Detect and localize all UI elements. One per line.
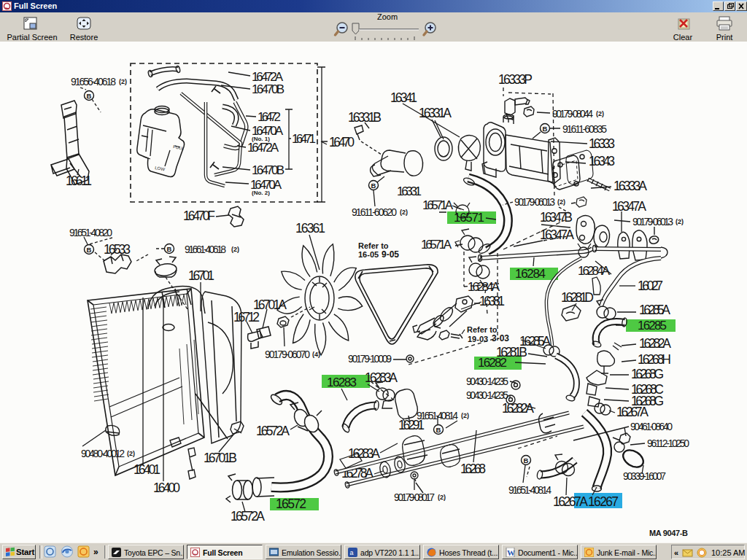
svg-text:16331A: 16331A (419, 106, 452, 120)
svg-text:16401: 16401 (133, 462, 160, 477)
svg-text:B: B (167, 245, 172, 253)
svg-text:90179-10009: 90179-10009 (348, 353, 392, 365)
svg-text:16268H: 16268H (638, 352, 671, 367)
svg-text:16281D: 16281D (561, 290, 594, 305)
svg-text:16470B: 16470B (252, 163, 285, 177)
svg-text:3-03: 3-03 (492, 333, 509, 343)
svg-text:16571A: 16571A (422, 198, 454, 212)
svg-text:16267: 16267 (588, 494, 619, 509)
svg-text:16284A: 16284A (578, 264, 611, 278)
svg-text:16400: 16400 (153, 481, 180, 495)
svg-text:(2): (2) (119, 78, 127, 85)
svg-text:90179-08044: 90179-08044 (552, 108, 593, 120)
svg-text:»: » (93, 547, 98, 557)
svg-text:16347A: 16347A (612, 199, 646, 214)
svg-text:16282A: 16282A (502, 401, 534, 416)
svg-text:16470B: 16470B (252, 82, 285, 96)
svg-text:16267A: 16267A (616, 405, 649, 419)
svg-text:B: B (87, 92, 92, 100)
svg-text:90339-16007: 90339-16007 (623, 470, 666, 482)
svg-text:16284: 16284 (515, 267, 546, 281)
svg-text:16341: 16341 (390, 90, 417, 105)
svg-text:B: B (524, 456, 529, 464)
svg-text:16333A: 16333A (614, 179, 647, 193)
svg-text:B: B (543, 125, 548, 133)
svg-text:16701B: 16701B (204, 451, 237, 465)
svg-text:16471: 16471 (292, 132, 316, 146)
svg-text:16285: 16285 (638, 319, 667, 332)
svg-text:16268G: 16268G (631, 367, 664, 381)
svg-text:16282A: 16282A (639, 336, 671, 351)
svg-text:16572A: 16572A (231, 509, 265, 524)
svg-text:91656-40618: 91656-40618 (71, 76, 116, 88)
svg-text:91651-40814: 91651-40814 (508, 484, 551, 496)
svg-text:91611-60835: 91611-60835 (562, 123, 607, 135)
svg-text:16571A: 16571A (421, 238, 452, 252)
svg-text:16361: 16361 (295, 221, 325, 236)
svg-text:16472A: 16472A (247, 141, 279, 155)
svg-text:16381: 16381 (479, 294, 505, 308)
svg-text:B: B (371, 182, 376, 190)
svg-text:(2): (2) (557, 198, 565, 206)
svg-text:91661-40618: 91661-40618 (185, 244, 226, 255)
svg-text:16283A: 16283A (365, 370, 398, 385)
svg-text:«: « (674, 548, 678, 557)
svg-text:90179-06013: 90179-06013 (632, 216, 673, 228)
svg-text:16268: 16268 (460, 462, 486, 476)
svg-text:16283A: 16283A (348, 446, 380, 461)
svg-text:a: a (350, 549, 354, 556)
svg-text:90179-08017: 90179-08017 (394, 491, 435, 503)
svg-text:16283: 16283 (327, 376, 357, 389)
svg-text:FULL: FULL (173, 144, 185, 151)
svg-text:16331: 16331 (397, 184, 422, 198)
svg-text:90430-14235: 90430-14235 (466, 389, 508, 401)
svg-text:16333: 16333 (589, 136, 615, 151)
svg-text:9-05: 9-05 (382, 249, 399, 260)
svg-text:16027: 16027 (638, 279, 663, 293)
svg-text:LOW: LOW (155, 166, 166, 171)
svg-text:B: B (87, 246, 92, 254)
svg-text:90461-08640: 90461-08640 (630, 421, 673, 432)
svg-text:16282: 16282 (478, 356, 507, 370)
svg-text:W: W (507, 548, 515, 557)
svg-text:16470F: 16470F (183, 209, 215, 223)
svg-text:(2): (2) (231, 246, 239, 253)
svg-text:(2): (2) (127, 450, 135, 457)
svg-text:16470: 16470 (329, 135, 355, 149)
svg-text:(2): (2) (676, 218, 684, 225)
svg-text:91611-60620: 91611-60620 (352, 206, 397, 218)
svg-text:(2): (2) (461, 412, 469, 419)
svg-text:16572: 16572 (276, 497, 306, 511)
svg-text:MA 9047-B: MA 9047-B (649, 529, 688, 537)
svg-text:(2): (2) (438, 494, 446, 501)
svg-text:96112-10250: 96112-10250 (647, 438, 689, 449)
svg-text:16701: 16701 (188, 268, 214, 283)
svg-text:90430-14235: 90430-14235 (466, 376, 508, 387)
svg-text:90480-40012: 90480-40012 (81, 448, 125, 459)
svg-text:(2): (2) (596, 110, 604, 117)
svg-text:16533: 16533 (104, 242, 131, 257)
svg-text:16572A: 16572A (256, 424, 290, 438)
svg-text:91651-40820: 91651-40820 (69, 227, 112, 238)
svg-text:16285A: 16285A (639, 303, 670, 317)
svg-text:90179-06070: 90179-06070 (265, 349, 310, 360)
svg-text:16-05: 16-05 (358, 250, 379, 259)
svg-text:16472: 16472 (258, 110, 281, 124)
svg-text:16333P: 16333P (498, 72, 533, 87)
svg-text:90179-06013: 90179-06013 (514, 196, 555, 208)
svg-text:B: B (436, 426, 441, 434)
svg-text:(No. 2): (No. 2) (252, 190, 270, 196)
svg-text:16267A: 16267A (553, 494, 588, 509)
svg-text:(2): (2) (400, 209, 408, 216)
